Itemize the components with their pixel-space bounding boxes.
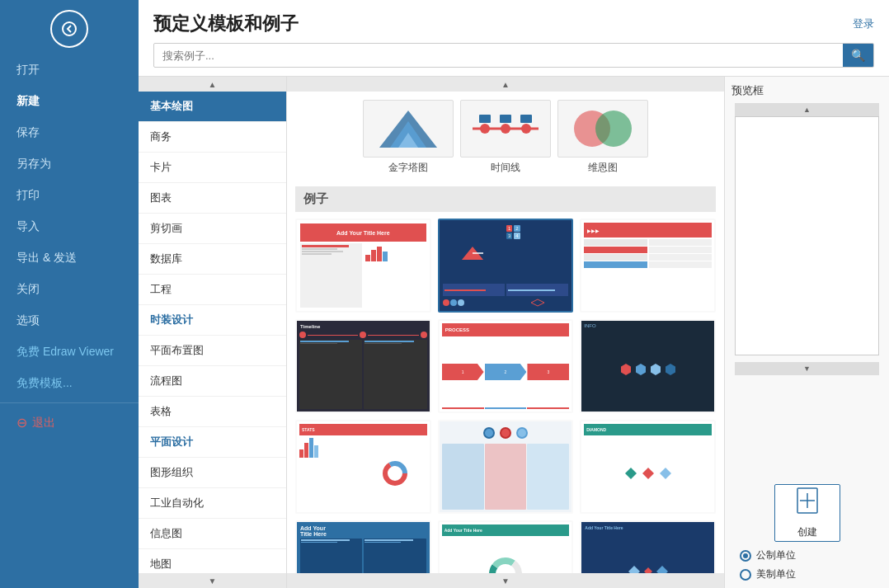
svg-rect-10 xyxy=(520,115,532,123)
create-section: 创建 公制单位 美制单位 xyxy=(731,484,882,581)
example-thumb-8 xyxy=(440,421,572,512)
page-title: 预定义模板和例子 xyxy=(153,12,299,36)
category-item-industrial[interactable]: 工业自动化 xyxy=(139,488,286,519)
template-grid-scroll[interactable]: 金字塔图 xyxy=(287,92,724,573)
pyramid-thumb xyxy=(363,100,454,158)
example-thumb-3: ▶▶▶ xyxy=(581,220,714,311)
svg-point-12 xyxy=(595,111,632,147)
example-item-8[interactable] xyxy=(438,420,574,514)
example-item-9[interactable]: DIAMOND xyxy=(580,420,716,514)
category-item-floorplan[interactable]: 平面布置图 xyxy=(139,336,286,366)
example-item-3[interactable]: ▶▶▶ xyxy=(580,219,716,313)
examples-grid: Add Your Title Here xyxy=(295,219,716,573)
example-item-12[interactable]: Add Your Title Here xyxy=(580,520,716,573)
sidebar-item-save[interactable]: 保存 xyxy=(0,117,139,148)
example-thumb-1: Add Your Title Here xyxy=(297,220,430,311)
category-item-chart[interactable]: 图表 xyxy=(139,183,286,214)
category-item-infographic[interactable]: 信息图 xyxy=(139,519,286,549)
example-item-11[interactable]: Add Your Title Here xyxy=(438,520,574,573)
pyramid-label: 金字塔图 xyxy=(388,161,428,175)
example-thumb-5: PROCESS 1 2 xyxy=(440,321,572,412)
sidebar-item-import[interactable]: 导入 xyxy=(0,211,139,242)
main-header: 预定义模板和例子 登录 xyxy=(139,0,889,43)
timeline-label: 时间线 xyxy=(491,161,520,175)
sidebar-menu: 打开 新建 保存 另存为 打印 导入 导出 & 发送 关闭 选项 免费 Edra… xyxy=(0,54,139,588)
example-thumb-6: INFO xyxy=(581,321,714,412)
login-link[interactable]: 登录 xyxy=(853,16,874,31)
template-venn[interactable]: 维恩图 xyxy=(557,100,648,175)
preview-scroll-up[interactable]: ▲ xyxy=(735,103,879,116)
preview-panel: 预览框 ▲ ▼ 创建 xyxy=(724,77,889,588)
category-scroll-down[interactable]: ▼ xyxy=(139,573,286,588)
category-item-graphic-org[interactable]: 图形组织 xyxy=(139,458,286,488)
example-item-5[interactable]: PROCESS 1 2 xyxy=(438,319,574,413)
sidebar-item-print[interactable]: 打印 xyxy=(0,180,139,211)
example-item-1[interactable]: Add Your Title Here xyxy=(295,219,431,313)
radio-imperial-circle xyxy=(740,569,751,581)
preview-box xyxy=(735,116,879,355)
svg-marker-17 xyxy=(636,364,646,375)
category-item-card[interactable]: 卡片 xyxy=(139,153,286,183)
sidebar-divider xyxy=(0,402,139,403)
template-timeline[interactable]: 时间线 xyxy=(460,100,551,175)
example-thumb-2: 1 2 3 4 xyxy=(440,220,572,311)
svg-marker-22 xyxy=(625,468,637,479)
top-templates-row: 金字塔图 xyxy=(295,100,716,175)
grid-scroll-up[interactable]: ▲ xyxy=(287,77,724,92)
sidebar-item-options[interactable]: 选项 xyxy=(0,305,139,336)
category-item-clipart[interactable]: 剪切画 xyxy=(139,214,286,244)
svg-marker-29 xyxy=(644,567,652,573)
category-scroll[interactable]: 基本绘图 商务 卡片 图表 剪切画 数据库 工程 时装设计 平面布置图 流程图 … xyxy=(139,92,286,573)
category-item-fashion[interactable]: 时装设计 xyxy=(139,305,286,336)
svg-marker-28 xyxy=(628,566,640,573)
preview-scroll-down[interactable]: ▼ xyxy=(735,362,879,375)
search-button[interactable]: 🔍 xyxy=(843,44,873,67)
sidebar-item-free-template[interactable]: 免费模板... xyxy=(0,368,139,399)
search-input[interactable] xyxy=(154,45,843,66)
search-bar: 🔍 xyxy=(153,43,874,68)
category-item-flatdesign[interactable]: 平面设计 xyxy=(139,427,286,458)
template-grid-wrap: ▲ 金字塔图 xyxy=(287,77,724,588)
category-scroll-up[interactable]: ▲ xyxy=(139,77,286,92)
radio-metric-label: 公制单位 xyxy=(756,548,796,562)
category-item-map[interactable]: 地图 xyxy=(139,549,286,573)
radio-metric[interactable]: 公制单位 xyxy=(740,548,882,562)
sidebar-item-saveas[interactable]: 另存为 xyxy=(0,148,139,180)
sidebar-item-close[interactable]: 关闭 xyxy=(0,274,139,305)
back-button[interactable] xyxy=(50,10,88,48)
grid-scroll-down[interactable]: ▼ xyxy=(287,573,724,588)
sidebar-item-exit[interactable]: ⊖ 退出 xyxy=(0,407,139,439)
category-item-business[interactable]: 商务 xyxy=(139,122,286,153)
svg-point-5 xyxy=(480,124,490,134)
example-item-4[interactable]: Timeline xyxy=(295,319,431,413)
category-item-flowchart[interactable]: 流程图 xyxy=(139,366,286,397)
create-label: 创建 xyxy=(797,525,817,539)
svg-marker-30 xyxy=(656,566,668,573)
svg-point-6 xyxy=(501,124,510,134)
create-button[interactable]: 创建 xyxy=(774,484,840,542)
svg-rect-9 xyxy=(500,115,511,123)
example-item-10[interactable]: Add YourTitle Here xyxy=(295,520,431,573)
radio-imperial[interactable]: 美制单位 xyxy=(740,567,882,581)
example-thumb-4: Timeline xyxy=(297,321,430,412)
svg-point-0 xyxy=(63,22,76,35)
svg-rect-8 xyxy=(479,115,491,123)
category-item-basic[interactable]: 基本绘图 xyxy=(139,92,286,122)
venn-thumb xyxy=(557,100,648,158)
sidebar-item-viewer[interactable]: 免费 Edraw Viewer xyxy=(0,336,139,368)
template-pyramid[interactable]: 金字塔图 xyxy=(363,100,454,175)
radio-metric-circle xyxy=(740,550,751,562)
example-item-2[interactable]: 1 2 3 4 xyxy=(438,219,574,313)
category-item-database[interactable]: 数据库 xyxy=(139,244,286,275)
category-list-wrap: ▲ 基本绘图 商务 卡片 图表 剪切画 数据库 工程 时装设计 平面布置图 流程… xyxy=(139,77,287,588)
example-item-6[interactable]: INFO xyxy=(580,319,716,413)
svg-marker-15 xyxy=(531,299,544,306)
svg-marker-18 xyxy=(651,364,661,375)
svg-marker-16 xyxy=(621,364,631,375)
sidebar-item-open[interactable]: 打开 xyxy=(0,54,139,86)
example-item-7[interactable]: STATS xyxy=(295,420,431,514)
category-item-engineering[interactable]: 工程 xyxy=(139,275,286,305)
sidebar-item-new[interactable]: 新建 xyxy=(0,86,139,117)
sidebar-item-export[interactable]: 导出 & 发送 xyxy=(0,242,139,274)
category-item-table[interactable]: 表格 xyxy=(139,397,286,427)
